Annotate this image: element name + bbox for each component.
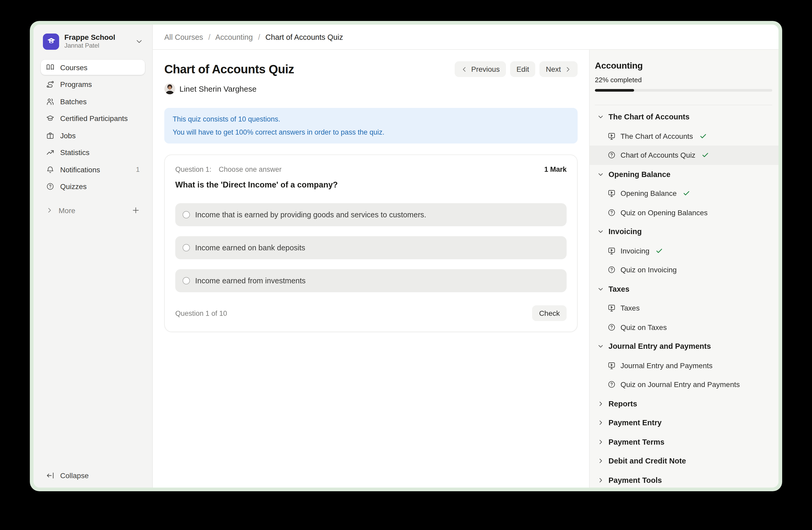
app-window: Frappe School Jannat Patel CoursesProgra… [30,21,782,491]
radio-button[interactable] [183,211,190,219]
sidebar-item-courses[interactable]: Courses [41,60,145,75]
route-icon [46,80,54,88]
question-header: Question 1: Choose one answer 1 Mark [175,166,567,173]
course-outline-panel: Accounting 22% completed The Chart of Ac… [589,50,779,488]
notice-line-2: You will have to get 100% correct answer… [173,126,569,139]
quiz-icon [607,266,616,274]
outline-lesson-taxes[interactable]: Taxes [590,298,779,318]
sidebar-item-notifications[interactable]: Notifications1 [41,162,145,177]
sidebar-item-label: Certified Participants [60,114,128,123]
outline-section-opening-balance[interactable]: Opening Balance [590,165,779,184]
outline-section-reports[interactable]: Reports [590,394,779,413]
notice-line-1: This quiz consists of 10 questions. [173,113,569,126]
author-row: Linet Sherin Varghese [164,83,578,94]
chevron-right-icon [597,477,604,484]
outline-item-title: The Chart of Accounts [621,132,693,140]
outline-section-invoicing[interactable]: Invoicing [590,222,779,241]
content-column: All Courses / Accounting / Chart of Acco… [153,25,779,488]
sidebar-item-batches[interactable]: Batches [41,94,145,109]
question-marks: 1 Mark [544,166,567,173]
current-user: Jannat Patel [64,42,130,50]
page-title: Chart of Accounts Quiz [164,62,294,76]
users-icon [46,97,54,106]
outline-lesson-the-chart-of-accounts[interactable]: The Chart of Accounts [590,126,779,145]
course-progress-text: 22% completed [595,76,772,84]
sidebar-item-statistics[interactable]: Statistics [41,145,145,160]
outline-quiz-chart-of-accounts-quiz[interactable]: Chart of Accounts Quiz [590,145,779,165]
course-progress-fill [595,89,634,92]
outline-section-payment-entry[interactable]: Payment Entry [590,413,779,432]
book-open-icon [46,63,54,71]
outline-section-payment-terms[interactable]: Payment Terms [590,432,779,451]
outline-section-journal-entry-and-payments[interactable]: Journal Entry and Payments [590,337,779,356]
section-title: Debit and Credit Note [608,457,686,465]
sidebar-item-programs[interactable]: Programs [41,77,145,92]
notification-count-badge: 1 [136,166,140,173]
answer-option-1[interactable]: Income that is earned by providing goods… [175,203,567,226]
answer-option-2[interactable]: Income earned on bank deposits [175,236,567,259]
outline-item-title: Journal Entry and Payments [621,361,713,370]
breadcrumb-all-courses[interactable]: All Courses [164,33,203,41]
quiz-icon [607,208,616,217]
sidebar-item-label: Programs [60,80,92,88]
collapse-sidebar-button[interactable]: Collapse [41,468,145,484]
radio-button[interactable] [183,244,190,251]
body-row: Chart of Accounts Quiz Previous Edit [153,50,779,488]
sidebar-item-label: Courses [60,63,87,71]
outline-lesson-journal-entry-and-payments[interactable]: Journal Entry and Payments [590,356,779,375]
question-instruction: Choose one answer [219,166,281,173]
sidebar-item-jobs[interactable]: Jobs [41,128,145,143]
outline-section-taxes[interactable]: Taxes [590,279,779,298]
outline-section-the-chart-of-accounts[interactable]: The Chart of Accounts [590,107,779,126]
question-progress: Question 1 of 10 [175,309,227,317]
outline-quiz-quiz-on-taxes[interactable]: Quiz on Taxes [590,318,779,337]
graduation-cap-logo-icon [46,36,56,46]
outline-item-title: Invoicing [621,247,650,255]
outline-section-debit-and-credit-note[interactable]: Debit and Credit Note [590,451,779,471]
frappe-school-logo [43,33,59,50]
briefcase-icon [46,131,54,140]
quiz-page: Chart of Accounts Quiz Previous Edit [153,50,589,488]
section-title: Reports [608,400,637,408]
quiz-icon [607,380,616,389]
outline-quiz-quiz-on-journal-entry-and-payments[interactable]: Quiz on Journal Entry and Payments [590,375,779,394]
breadcrumb-accounting[interactable]: Accounting [215,33,253,41]
chevron-right-icon [597,401,604,407]
quiz-icon [607,151,616,159]
plus-icon[interactable] [132,206,140,214]
outline-item-title: Opening Balance [621,189,677,198]
lesson-icon [607,247,616,255]
graduation-cap-icon [46,114,54,123]
workspace-switcher[interactable]: Frappe School Jannat Patel [41,33,145,50]
chevron-down-icon [597,114,604,120]
outline-lesson-opening-balance[interactable]: Opening Balance [590,184,779,203]
outline-item-title: Chart of Accounts Quiz [621,151,695,159]
chevron-right-icon [46,207,53,214]
sidebar-item-more[interactable]: More [41,203,145,218]
lesson-icon [607,304,616,312]
next-button[interactable]: Next [539,61,578,77]
course-progress-bar [595,89,772,92]
previous-button[interactable]: Previous [454,61,506,77]
desktop: Frappe School Jannat Patel CoursesProgra… [0,0,812,530]
outline-quiz-quiz-on-opening-balances[interactable]: Quiz on Opening Balances [590,203,779,222]
sidebar-item-certified-participants[interactable]: Certified Participants [41,111,145,126]
radio-button[interactable] [183,277,190,284]
collapse-label: Collapse [60,471,89,480]
lesson-icon [607,132,616,140]
course-title: Accounting [595,61,772,71]
chevron-right-icon [597,458,604,464]
check-button[interactable]: Check [532,305,567,321]
completed-check-icon [683,190,690,197]
sidebar-item-quizzes[interactable]: Quizzes [41,179,145,194]
edit-button[interactable]: Edit [510,61,535,77]
outline-lesson-invoicing[interactable]: Invoicing [590,241,779,260]
section-title: Taxes [608,285,629,293]
section-title: The Chart of Accounts [608,113,690,121]
outline-quiz-quiz-on-invoicing[interactable]: Quiz on Invoicing [590,260,779,279]
section-title: Journal Entry and Payments [608,342,711,351]
outline-section-payment-tools[interactable]: Payment Tools [590,471,779,488]
trending-up-icon [46,148,54,157]
outline-item-title: Quiz on Taxes [621,323,667,332]
answer-option-3[interactable]: Income earned from investments [175,269,567,292]
